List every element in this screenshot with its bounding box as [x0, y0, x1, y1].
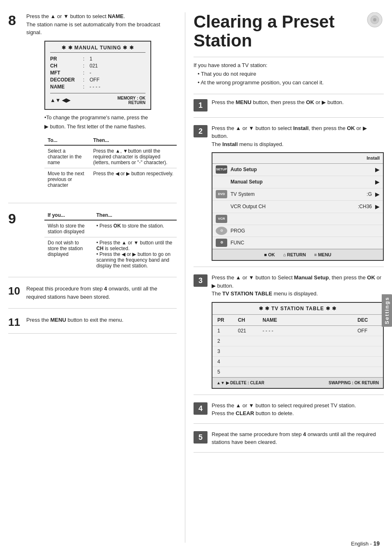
install-menu-btn: ≡ MENU — [314, 251, 331, 258]
char-row2-col2: Press the ◀ or ▶ button respectively. — [90, 168, 177, 191]
page-title: Clearing a Preset Station — [194, 12, 384, 50]
right-column: Clearing a Preset Station If you have st… — [185, 12, 384, 543]
manual-tuning-box: ✱ ✱ MANUAL TUNING ✱ ✱ PR : 1 CH : 021 MF… — [44, 41, 151, 110]
install-menu-box: Install SETUP Auto Setup ▶ SETUP Manual … — [212, 152, 384, 261]
svg-point-2 — [373, 18, 376, 21]
auto-setup-arrow: ▶ — [375, 165, 380, 174]
step-11-content: Press the MENU button to exit the menu. — [26, 316, 177, 326]
step9-row-1: Wish to store the station displayed • Pr… — [44, 220, 177, 237]
func-icon: ⚙ — [216, 239, 227, 247]
right-step-1-number: 1 — [194, 99, 208, 111]
step-8-name-bold: NAME — [108, 13, 123, 19]
station-header-ch: CH — [238, 316, 263, 324]
station-ch-3 — [238, 348, 263, 355]
station-ch-4 — [238, 358, 263, 365]
step-8-content: Press the ▲ or ▼ button to select NAME. … — [26, 12, 177, 197]
right-step-5-block: 5 Repeat the same procedure from step 4 … — [194, 430, 384, 453]
install-row-vcr: VCR — [212, 213, 383, 225]
station-pr-3: 3 — [217, 348, 238, 355]
right-step-3-text: Press the ▲ or ▼ button to Select Manual… — [212, 274, 384, 298]
station-name-5 — [263, 368, 357, 376]
step9-row2-col1: Do not wish to store the station display… — [44, 237, 93, 272]
step-9-content: If you... Then... Wish to store the stat… — [26, 211, 177, 271]
tv-system-val: :G — [367, 190, 372, 198]
tuning-val-decoder: OFF — [90, 77, 99, 83]
install-row-tv-system: DVD TV System :G ▶ — [212, 188, 383, 201]
station-header-pr: PR — [217, 316, 238, 324]
right-step-3-content: Press the ▲ or ▼ button to Select Manual… — [212, 274, 384, 389]
step9-row2-col2: • Press the ▲ or ▼ button until the CH i… — [93, 237, 177, 272]
tuning-label-decoder: DECODER — [50, 77, 83, 83]
tuning-label-mft: MFT — [50, 70, 83, 76]
step9-row1-col1: Wish to store the station displayed — [44, 220, 93, 237]
step-11-block: 11 Press the MENU button to exit the men… — [8, 316, 177, 334]
intro-bullets: That you do not require At the wrong pro… — [194, 70, 384, 87]
install-ok-btn: ■ OK — [264, 251, 275, 258]
page-number: English - 19 — [351, 540, 380, 547]
tuning-arrows: ▲▼ ◀▶ — [50, 97, 70, 103]
tuning-memory: MEMORY : OKRETURN — [118, 96, 145, 105]
step-9-table: If you... Then... Wish to store the stat… — [44, 211, 177, 271]
note-line2: ▶ button. The first letter of the name f… — [44, 123, 177, 131]
install-footer: ■ OK ⌂ RETURN ≡ MENU — [212, 249, 383, 260]
step-10-text: Repeat this procedure from step 4 onward… — [26, 285, 177, 301]
right-step-3-block: 3 Press the ▲ or ▼ button to Select Manu… — [194, 274, 384, 395]
char-row2-col1: Move to the next previous or character — [44, 168, 90, 191]
station-row-5: 5 — [212, 367, 383, 377]
page-num: 19 — [373, 540, 380, 547]
install-row-vcr-output: DVD VCR Output CH :CH36 ▶ — [212, 201, 383, 213]
character-selection-table: To... Then... Select a character in the … — [44, 136, 177, 190]
install-row-manual-setup: SETUP Manual Setup ▶ — [212, 176, 383, 188]
right-step-2-text: Press the ▲ or ▼ button to select Instal… — [212, 124, 384, 149]
station-name-1: - - - - — [263, 327, 357, 334]
tuning-label-ch: CH — [50, 63, 83, 69]
step9-row-2: Do not wish to store the station display… — [44, 237, 177, 272]
tuning-label-name: NAME — [50, 84, 83, 90]
right-step-1-block: 1 Press the MENU button, then press the … — [194, 98, 384, 118]
tuning-row-decoder: DECODER : OFF — [50, 77, 145, 83]
auto-setup-label: Auto Setup — [231, 166, 375, 173]
tuning-val-pr: 1 — [90, 56, 92, 62]
station-footer-left: ▲▼ ▶ DELETE : CLEAR — [217, 380, 264, 386]
vcr-output-label: VCR Output CH — [231, 203, 358, 210]
station-table-footer: ▲▼ ▶ DELETE : CLEAR SWAPPING : OK RETURN — [212, 377, 383, 388]
tuning-row-name: NAME : - - - - — [50, 84, 145, 90]
settings-tab: Settings — [382, 294, 392, 327]
vcr-icon: VCR — [216, 215, 227, 223]
name-change-note: •To change the programme's name, press t… — [44, 114, 177, 131]
char-row1-col2: Press the ▲, ▼button until the required … — [90, 145, 177, 168]
step-10-number: 10 — [8, 286, 26, 296]
step9-col1-header: If you... — [44, 211, 93, 220]
station-dec-4 — [357, 358, 378, 365]
step-8-text: Press the ▲ or ▼ button to select NAME. … — [26, 12, 177, 37]
station-ch-2 — [238, 337, 263, 345]
station-pr-5: 5 — [217, 368, 238, 376]
prog-icon: ⊙ — [216, 227, 227, 235]
station-name-2 — [263, 337, 357, 345]
right-step-3-number: 3 — [194, 274, 208, 287]
tuning-box-title: ✱ ✱ MANUAL TUNING ✱ ✱ — [50, 45, 145, 53]
vcr-output-val: :CH36 — [358, 203, 372, 210]
right-step-2-block: 2 Press the ▲ or ▼ button to select Inst… — [194, 124, 384, 267]
station-pr-4: 4 — [217, 358, 238, 365]
station-dec-2 — [357, 337, 378, 345]
right-step-4-number: 4 — [194, 402, 208, 415]
left-column: 8 Press the ▲ or ▼ button to select NAME… — [8, 12, 185, 543]
station-row-3: 3 — [212, 346, 383, 357]
right-step-1-content: Press the MENU button, then press the OK… — [212, 98, 384, 107]
tv-system-label: TV System — [231, 190, 367, 198]
station-header-dec: DEC — [357, 316, 378, 324]
install-row-auto-setup: SETUP Auto Setup ▶ — [212, 164, 383, 176]
step-10-block: 10 Repeat this procedure from step 4 onw… — [8, 285, 177, 309]
char-row-1: Select a character in the name Press the… — [44, 145, 177, 168]
step-11-number: 11 — [8, 317, 26, 327]
install-return-btn: ⌂ RETURN — [283, 251, 306, 258]
station-footer-right: SWAPPING : OK RETURN — [329, 380, 379, 386]
intro-bullet-1: That you do not require — [198, 70, 384, 79]
manual-setup-arrow: ▶ — [375, 178, 380, 186]
right-step-4-block: 4 Press the ▲ or ▼ button to select requ… — [194, 402, 384, 424]
station-dec-1: OFF — [357, 327, 378, 334]
install-row-func: ⚙ FUNC — [212, 237, 383, 249]
station-ch-1: 021 — [238, 327, 263, 334]
tuning-val-ch: 021 — [90, 63, 98, 69]
